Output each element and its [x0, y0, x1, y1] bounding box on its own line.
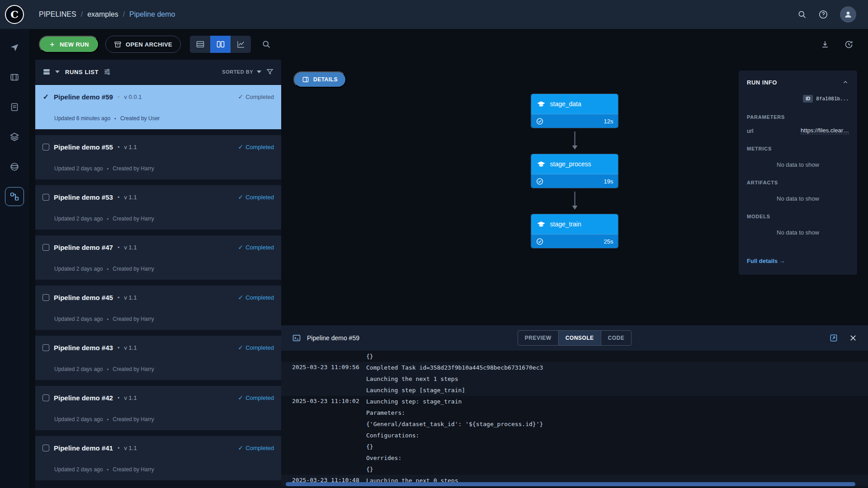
console-log[interactable]: {}2025-03-23 11:09:56Completed Task id=3…: [281, 351, 868, 488]
run-version: v 1.1: [124, 294, 137, 301]
pipelines-icon: [9, 192, 19, 202]
chevron-down-icon: [257, 70, 261, 73]
run-id-value[interactable]: 8fa1081b...: [816, 96, 849, 102]
separator-dot: [118, 143, 120, 151]
sidebar-item-datasets[interactable]: [5, 68, 24, 87]
node-name: stage_data: [550, 100, 581, 108]
node-duration: 25s: [604, 238, 613, 245]
close-icon[interactable]: [849, 334, 857, 342]
runs-list: Pipeline demo #59 v 0.0.1 Completed Upda…: [35, 85, 281, 488]
run-card[interactable]: Pipeline demo #42 v 1.1 Completed Update…: [35, 386, 281, 430]
run-card[interactable]: Pipeline demo #47 v 1.1 Completed Update…: [35, 235, 281, 280]
help-icon[interactable]: [818, 9, 828, 19]
download-icon[interactable]: [821, 40, 830, 49]
run-card[interactable]: Pipeline demo #43 v 1.1 Completed Update…: [35, 336, 281, 380]
run-version: v 1.1: [124, 194, 137, 201]
log-group: 2025-03-23 11:09:56Completed Task id=358…: [281, 362, 868, 396]
full-details-link[interactable]: Full details →: [747, 258, 785, 264]
status-check-icon: [536, 178, 544, 185]
breadcrumb-pipelines[interactable]: PIPELINES: [39, 10, 76, 19]
dag-arrow-icon: [574, 192, 575, 209]
breadcrumb: PIPELINES examples Pipeline demo: [39, 10, 175, 19]
run-checkbox[interactable]: [42, 144, 49, 150]
pipeline-node[interactable]: stage_train 25s: [531, 214, 618, 248]
run-card[interactable]: Pipeline demo #45 v 1.1 Completed Update…: [35, 286, 281, 330]
log-line: {'General/dataset_task_id': '${stage_pro…: [366, 418, 868, 430]
sidebar-item-projects[interactable]: [5, 38, 24, 57]
search-icon[interactable]: [797, 10, 807, 19]
filter-funnel-icon[interactable]: [266, 68, 274, 76]
run-updated: Updated 2 days ago: [54, 416, 103, 422]
run-card[interactable]: Pipeline demo #59 v 0.0.1 Completed Upda…: [35, 85, 281, 129]
auto-refresh-icon[interactable]: [844, 40, 854, 49]
chart-view-button[interactable]: [231, 36, 251, 53]
breadcrumb-examples[interactable]: examples: [76, 10, 118, 19]
run-status-badge: Completed: [238, 294, 274, 301]
run-title: Pipeline demo #45: [54, 294, 113, 301]
pipeline-graph-area: DETAILS stage_data 12s stage_process: [281, 60, 868, 325]
sidebar-item-reports[interactable]: [5, 98, 24, 117]
parameter-value[interactable]: https://files.clear…: [801, 127, 849, 134]
new-run-button[interactable]: NEW RUN: [39, 36, 99, 53]
separator-dot: [118, 394, 120, 402]
run-card[interactable]: Pipeline demo #41 v 1.1 Completed Update…: [35, 436, 281, 480]
clearml-logo[interactable]: C: [5, 5, 24, 24]
run-updated: Updated 2 days ago: [54, 466, 103, 473]
tab-preview[interactable]: PREVIEW: [518, 331, 558, 345]
run-meta: Updated 2 days ago Created by Harry: [54, 466, 154, 473]
id-badge: ID: [803, 95, 813, 103]
split-view-button[interactable]: [210, 36, 231, 53]
stage-cap-icon: [537, 220, 546, 229]
run-checkbox[interactable]: [42, 244, 49, 251]
sidebar-item-models[interactable]: [5, 157, 24, 176]
run-updated: Updated 2 days ago: [54, 266, 103, 272]
run-version: v 1.1: [124, 344, 137, 351]
separator-dot: [114, 115, 116, 122]
run-card[interactable]: Pipeline demo #53 v 1.1 Completed Update…: [35, 185, 281, 230]
run-updated: Updated 2 days ago: [54, 216, 103, 222]
runs-list-title: RUNS LIST: [65, 69, 99, 75]
tune-filters-icon[interactable]: [103, 68, 111, 76]
runs-search-icon[interactable]: [262, 40, 271, 49]
open-archive-button[interactable]: OPEN ARCHIVE: [105, 36, 181, 53]
stage-cap-icon: [537, 160, 546, 169]
run-updated: Updated 2 days ago: [54, 316, 103, 322]
user-avatar-icon[interactable]: [840, 6, 856, 23]
run-title: Pipeline demo #43: [54, 344, 113, 352]
horizontal-scrollbar[interactable]: [286, 482, 855, 486]
run-checkbox[interactable]: [42, 394, 49, 401]
log-line: Launching the next 1 steps: [366, 373, 868, 385]
parameter-row: url https://files.clear…: [747, 127, 849, 134]
console-run-title: Pipeline demo #59: [307, 334, 359, 342]
pipeline-node[interactable]: stage_process 19s: [531, 154, 618, 188]
open-archive-label: OPEN ARCHIVE: [126, 41, 172, 48]
sorted-by-dropdown[interactable]: SORTED BY: [222, 69, 261, 75]
parameters-label: PARAMETERS: [747, 114, 849, 120]
run-checkbox[interactable]: [42, 294, 49, 301]
pipeline-node[interactable]: stage_data 12s: [531, 94, 618, 128]
run-checkbox[interactable]: [42, 194, 49, 201]
run-title: Pipeline demo #55: [54, 143, 113, 151]
tab-console[interactable]: CONSOLE: [558, 331, 601, 345]
chevron-down-icon[interactable]: [55, 70, 60, 73]
separator-dot: [118, 93, 120, 101]
run-updated: Updated 2 days ago: [54, 366, 103, 372]
run-checkbox[interactable]: [42, 445, 49, 451]
collapse-chevron-icon[interactable]: [842, 79, 849, 86]
run-title: Pipeline demo #53: [54, 193, 113, 201]
table-view-button[interactable]: [190, 36, 210, 53]
layout-toggle-icon[interactable]: [42, 68, 51, 76]
reports-icon: [9, 102, 19, 112]
run-created-by: Created by Harry: [113, 316, 154, 322]
run-checkbox[interactable]: [42, 94, 49, 100]
sidebar-item-hyper-datasets[interactable]: [5, 127, 24, 146]
sidebar-item-pipelines[interactable]: [5, 187, 24, 206]
run-card[interactable]: Pipeline demo #55 v 1.1 Completed Update…: [35, 135, 281, 179]
run-checkbox[interactable]: [42, 344, 49, 351]
log-timestamp: 2025-03-23 11:09:56: [281, 362, 366, 396]
tab-code[interactable]: CODE: [601, 331, 632, 345]
models-empty-text: No data to show: [747, 229, 849, 236]
details-button[interactable]: DETAILS: [293, 71, 346, 88]
run-meta: Updated 2 days ago Created by Harry: [54, 366, 154, 372]
expand-panel-icon[interactable]: [829, 333, 838, 343]
